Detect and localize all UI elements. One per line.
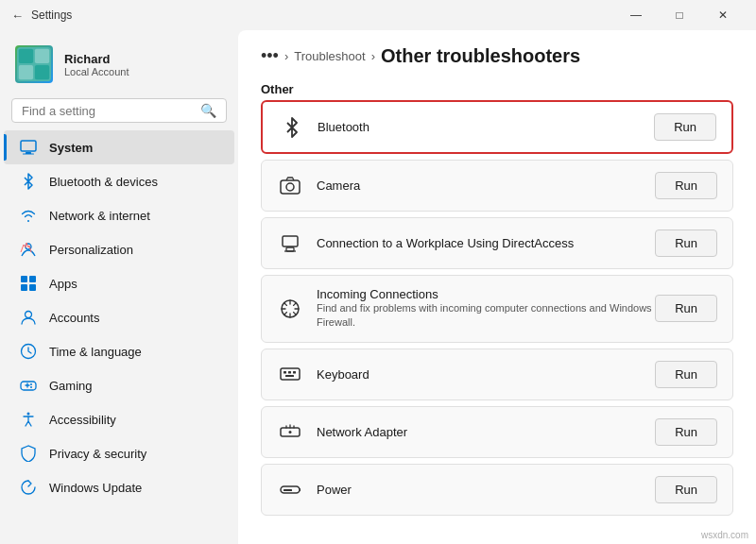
troubleshooter-list: Bluetooth Run Camera [238, 100, 756, 521]
sidebar-item-apps[interactable]: Apps [4, 266, 234, 300]
troubleshooter-item-power: Power Run [261, 464, 733, 516]
titlebar-title: Settings [31, 8, 72, 22]
maximize-button[interactable]: □ [658, 0, 701, 30]
user-profile[interactable]: Richard Local Account [0, 38, 238, 98]
sidebar: Richard Local Account 🔍 System [0, 30, 238, 544]
search-box[interactable]: 🔍 [11, 98, 227, 123]
keyboard-item-icon [277, 361, 303, 387]
search-input[interactable] [22, 104, 195, 118]
breadcrumb: ••• › Troubleshoot › Other troubleshoote… [238, 30, 756, 75]
keyboard-run-button[interactable]: Run [655, 361, 717, 388]
power-run-button[interactable]: Run [655, 476, 717, 503]
svg-point-20 [286, 183, 294, 191]
item-left-bluetooth: Bluetooth [278, 114, 369, 141]
sidebar-item-accessibility-label: Accessibility [49, 413, 116, 427]
breadcrumb-more[interactable]: ••• [261, 46, 279, 66]
app-body: Richard Local Account 🔍 System [0, 30, 756, 544]
incoming-item-icon [277, 296, 303, 322]
apps-icon [19, 274, 38, 293]
titlebar-left: ← Settings [11, 8, 72, 23]
sidebar-item-accounts[interactable]: Accounts [4, 300, 234, 334]
svg-rect-11 [21, 284, 27, 291]
directaccess-run-button[interactable]: Run [655, 230, 717, 257]
minimize-button[interactable]: — [614, 0, 658, 30]
sidebar-nav: System Bluetooth & devices [0, 130, 238, 504]
bluetooth-run-button[interactable]: Run [654, 113, 716, 141]
directaccess-item-icon [277, 230, 303, 257]
section-header: Other [238, 75, 756, 100]
sidebar-item-personalization[interactable]: Personalization [4, 232, 234, 266]
incoming-run-button[interactable]: Run [655, 295, 717, 322]
update-icon [19, 478, 38, 497]
close-button[interactable]: ✕ [701, 0, 745, 30]
svg-rect-34 [284, 489, 292, 491]
search-icon: 🔍 [200, 103, 216, 118]
svg-point-18 [27, 413, 30, 416]
sidebar-item-system-label: System [49, 141, 93, 155]
sidebar-item-privacy[interactable]: Privacy & security [4, 436, 234, 470]
svg-point-31 [289, 431, 292, 434]
svg-rect-33 [300, 488, 301, 491]
troubleshooter-item-directaccess: Connection to a Workplace Using DirectAc… [261, 217, 733, 269]
avatar [15, 45, 53, 83]
breadcrumb-sep-2: › [371, 49, 375, 63]
camera-item-icon [277, 173, 303, 199]
sidebar-item-time[interactable]: Time & language [4, 334, 234, 368]
breadcrumb-sep-1: › [284, 49, 288, 63]
item-text-camera: Camera [317, 178, 360, 193]
sidebar-item-network[interactable]: Network & internet [4, 198, 234, 232]
sidebar-item-bluetooth-label: Bluetooth & devices [49, 175, 158, 189]
item-left-camera: Camera [277, 173, 360, 199]
watermark: wsxdn.com [701, 530, 748, 540]
power-title: Power [317, 483, 352, 497]
item-text-directaccess: Connection to a Workplace Using DirectAc… [317, 236, 574, 250]
incoming-desc: Find and fix problems with incoming comp… [317, 301, 655, 331]
titlebar-controls: — □ ✕ [614, 0, 745, 30]
bluetooth-title: Bluetooth [318, 120, 369, 134]
sidebar-item-personalization-label: Personalization [49, 243, 133, 257]
sidebar-item-accessibility[interactable]: Accessibility [4, 402, 234, 436]
svg-point-13 [26, 312, 32, 318]
user-name: Richard [64, 52, 129, 66]
personalization-icon [19, 240, 38, 259]
svg-rect-4 [35, 65, 49, 79]
incoming-title: Incoming Connections [317, 287, 655, 301]
time-icon [19, 342, 38, 361]
breadcrumb-current: Other troubleshooters [381, 45, 580, 67]
sidebar-item-bluetooth[interactable]: Bluetooth & devices [4, 164, 234, 198]
camera-run-button[interactable]: Run [655, 172, 717, 199]
svg-rect-3 [19, 65, 33, 79]
back-button[interactable]: ← [11, 8, 24, 23]
bluetooth-item-icon [278, 114, 304, 141]
network-adapter-run-button[interactable]: Run [655, 418, 717, 446]
directaccess-title: Connection to a Workplace Using DirectAc… [317, 236, 574, 250]
sidebar-item-system[interactable]: System [4, 130, 234, 164]
breadcrumb-parent[interactable]: Troubleshoot [294, 49, 365, 63]
network-adapter-title: Network Adapter [317, 425, 407, 439]
item-text-power: Power [317, 483, 352, 497]
sidebar-item-gaming[interactable]: Gaming [4, 368, 234, 402]
sidebar-item-time-label: Time & language [49, 345, 142, 359]
svg-rect-26 [284, 371, 286, 374]
svg-rect-9 [21, 276, 27, 282]
svg-rect-28 [293, 371, 296, 374]
troubleshooter-item-bluetooth: Bluetooth Run [261, 100, 733, 154]
sidebar-item-update-label: Windows Update [49, 481, 142, 495]
troubleshooter-item-camera: Camera Run [261, 160, 733, 212]
accessibility-icon [19, 410, 38, 429]
svg-rect-21 [283, 236, 298, 246]
sidebar-item-update[interactable]: Windows Update [4, 470, 234, 504]
item-left-directaccess: Connection to a Workplace Using DirectAc… [277, 230, 574, 257]
troubleshooter-item-incoming: Incoming Connections Find and fix proble… [261, 275, 733, 343]
gaming-icon [19, 376, 38, 395]
svg-rect-29 [285, 375, 294, 377]
user-account-type: Local Account [64, 66, 129, 77]
keyboard-title: Keyboard [317, 367, 369, 382]
accounts-icon [19, 308, 38, 327]
svg-rect-19 [281, 180, 300, 194]
svg-rect-1 [19, 49, 33, 63]
main-content: ••• › Troubleshoot › Other troubleshoote… [238, 30, 756, 544]
sidebar-item-apps-label: Apps [49, 277, 77, 291]
camera-title: Camera [317, 178, 360, 193]
user-info: Richard Local Account [64, 52, 129, 77]
